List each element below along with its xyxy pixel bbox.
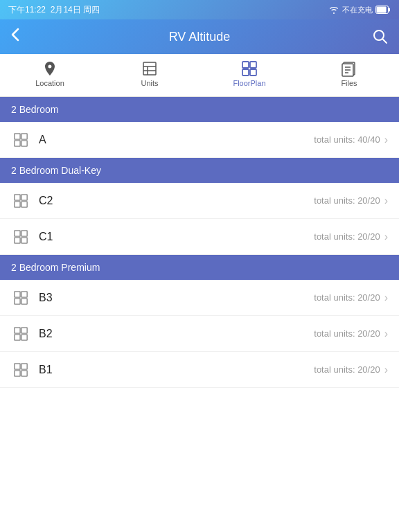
svg-rect-42 (21, 363, 27, 369)
chevron-right-icon: › (384, 134, 388, 146)
svg-rect-29 (15, 230, 20, 236)
item-units: total units: 20/20 (314, 195, 380, 206)
svg-rect-36 (21, 298, 27, 303)
list-item[interactable]: B2 total units: 20/20 › (0, 316, 399, 352)
item-name: B1 (39, 364, 314, 376)
svg-rect-28 (21, 201, 27, 206)
svg-rect-31 (15, 237, 20, 242)
section-header: 2 Bedroom (0, 97, 399, 122)
floorplan-item-icon (11, 130, 30, 150)
svg-rect-24 (21, 140, 27, 145)
item-name: A (39, 134, 314, 146)
svg-rect-33 (15, 291, 20, 296)
units-icon (141, 60, 158, 77)
list-item[interactable]: A total units: 40/40 › (0, 122, 399, 158)
app-header: RV Altitude (0, 19, 399, 54)
svg-rect-30 (21, 230, 27, 236)
battery-text: 不在充电 (342, 5, 373, 15)
status-bar: 下午11:22 2月14日 周四 不在充电 (0, 0, 399, 19)
floorplan-item-icon (11, 227, 30, 247)
svg-rect-9 (242, 62, 249, 68)
svg-rect-44 (21, 370, 27, 375)
tab-location-label: Location (35, 79, 64, 87)
item-units: total units: 40/40 (314, 134, 380, 145)
item-units: total units: 20/20 (314, 364, 380, 375)
item-name: C1 (39, 231, 314, 243)
item-name: B2 (39, 328, 314, 340)
svg-rect-21 (15, 133, 20, 139)
svg-rect-35 (15, 298, 20, 303)
status-icons: 不在充电 (328, 5, 391, 15)
item-name: C2 (39, 195, 314, 207)
tab-bar: Location Units FloorPlan Fil (0, 54, 399, 97)
svg-rect-34 (21, 291, 27, 296)
section-header: 2 Bedroom Premium (0, 255, 399, 280)
svg-rect-11 (242, 69, 249, 76)
back-button[interactable] (11, 28, 32, 46)
svg-rect-22 (21, 133, 27, 139)
item-units: total units: 20/20 (314, 328, 380, 339)
svg-rect-25 (15, 194, 20, 200)
svg-rect-12 (250, 69, 256, 76)
svg-rect-10 (250, 62, 256, 68)
svg-rect-32 (21, 237, 27, 242)
svg-rect-2 (377, 7, 387, 13)
svg-rect-26 (21, 194, 27, 200)
floorplan-icon (241, 60, 258, 77)
section-header: 2 Bedroom Dual-Key (0, 158, 399, 183)
svg-rect-5 (143, 62, 156, 75)
search-button[interactable] (367, 29, 388, 44)
page-title: RV Altitude (169, 30, 231, 44)
floorplan-item-icon (11, 324, 30, 344)
tab-units[interactable]: Units (100, 60, 200, 90)
svg-rect-41 (15, 363, 20, 369)
battery-icon (375, 6, 391, 14)
svg-rect-1 (389, 8, 391, 12)
tab-files[interactable]: Files (299, 60, 399, 90)
search-icon (373, 29, 388, 44)
svg-rect-23 (15, 140, 20, 145)
chevron-right-icon: › (384, 364, 388, 376)
location-icon (42, 60, 58, 77)
tab-floorplan-label: FloorPlan (233, 79, 265, 87)
status-time: 下午11:22 2月14日 周四 (8, 4, 100, 16)
svg-rect-38 (21, 327, 27, 332)
tab-files-label: Files (341, 79, 357, 87)
svg-rect-43 (15, 370, 20, 375)
svg-rect-37 (15, 327, 20, 332)
chevron-right-icon: › (384, 231, 388, 243)
item-name: B3 (39, 292, 314, 304)
svg-rect-27 (15, 201, 20, 206)
svg-line-4 (382, 39, 387, 43)
floorplan-item-icon (11, 360, 30, 380)
list-item[interactable]: B3 total units: 20/20 › (0, 280, 399, 316)
svg-rect-40 (21, 334, 27, 339)
item-units: total units: 20/20 (314, 292, 380, 303)
list-item[interactable]: C1 total units: 20/20 › (0, 219, 399, 255)
files-icon (341, 60, 357, 77)
floorplan-item-icon (11, 288, 30, 308)
chevron-right-icon: › (384, 195, 388, 207)
tab-floorplan[interactable]: FloorPlan (200, 60, 299, 90)
tab-units-label: Units (141, 79, 158, 87)
tab-location[interactable]: Location (0, 60, 100, 90)
content-area: 2 Bedroom A total units: 40/40 › 2 Bedro… (0, 97, 399, 532)
floorplan-item-icon (11, 191, 30, 211)
chevron-right-icon: › (384, 328, 388, 340)
svg-rect-39 (15, 334, 20, 339)
list-item[interactable]: C2 total units: 20/20 › (0, 183, 399, 219)
item-units: total units: 20/20 (314, 231, 380, 242)
wifi-icon (328, 6, 339, 14)
list-item[interactable]: B1 total units: 20/20 › (0, 352, 399, 388)
chevron-right-icon: › (384, 292, 388, 304)
